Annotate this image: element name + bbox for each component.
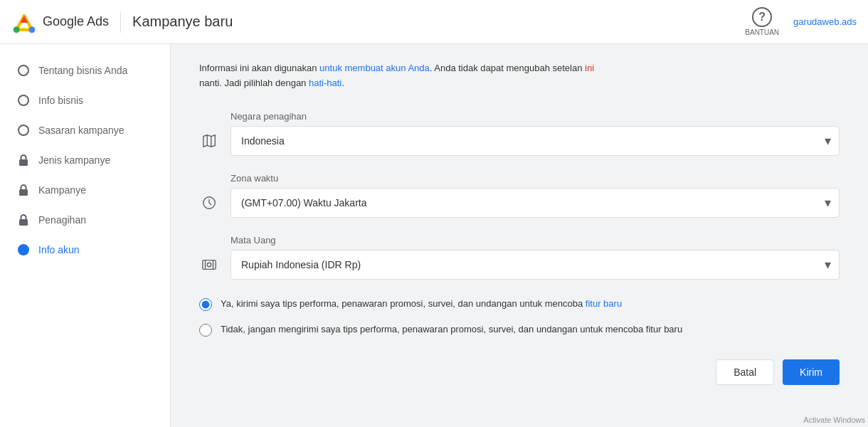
- svg-rect-9: [203, 260, 216, 269]
- field-content-mata-uang: Mata Uang Rupiah Indonesia (IDR Rp) US D…: [231, 235, 840, 280]
- map-icon: [199, 131, 219, 151]
- info-banner: Informasi ini akan digunakan untuk membu…: [199, 61, 840, 91]
- submit-button[interactable]: Kirim: [783, 359, 840, 385]
- sidebar-item-tentang-bisnis[interactable]: Tentang bisnis Anda: [0, 56, 170, 85]
- sidebar-item-info-akun[interactable]: Info akun: [0, 235, 170, 265]
- sidebar-label-info-akun: Info akun: [38, 244, 80, 255]
- info-highlight-red: ini: [585, 63, 594, 73]
- radio-ya-input[interactable]: [199, 298, 212, 311]
- lock-icon: [18, 154, 28, 167]
- help-circle-icon: ?: [752, 7, 772, 27]
- select-mata-uang[interactable]: Rupiah Indonesia (IDR Rp) US Dollar (USD…: [231, 250, 840, 280]
- svg-rect-5: [19, 159, 28, 166]
- radio-tidak-input[interactable]: [199, 324, 212, 337]
- sidebar-label-jenis-kampanye: Jenis kampanye: [38, 154, 110, 166]
- lock-icon-3: [18, 214, 28, 226]
- lock-icon-2: [18, 184, 28, 196]
- field-row-negara: Negara penagihan Indonesia Malaysia Sing…: [199, 111, 840, 156]
- info-text-2: . Anda tidak dapat mengubah setelan: [430, 63, 585, 73]
- info-text-3: nanti. Jadi pilihlah dengan: [199, 78, 309, 88]
- label-negara-penagihan: Negara penagihan: [231, 111, 840, 122]
- sidebar-label-tentang-bisnis: Tentang bisnis Anda: [38, 65, 127, 76]
- circle-outline-icon-3: [18, 125, 29, 136]
- currency-svg-icon: [201, 257, 217, 273]
- info-text-1: Informasi ini akan digunakan: [199, 63, 319, 73]
- radio-ya-label: Ya, kirimi saya tips performa, penawaran…: [221, 297, 622, 311]
- info-text-4: .: [342, 78, 344, 88]
- circle-outline-icon-2: [18, 95, 29, 106]
- field-row-zona-waktu: Zona waktu (GMT+07.00) Waktu Jakarta (GM…: [199, 173, 840, 218]
- info-bisnis-icon: [17, 94, 30, 107]
- help-button[interactable]: ? BANTUAN: [745, 7, 779, 36]
- select-negara-penagihan[interactable]: Indonesia Malaysia Singapore: [231, 126, 840, 156]
- radio-option-tidak: Tidak, jangan mengirimi saya tips perfor…: [199, 322, 840, 337]
- svg-point-2: [14, 26, 20, 33]
- help-label: BANTUAN: [745, 28, 779, 36]
- footer-buttons: Batal Kirim: [199, 348, 840, 391]
- content-area: Informasi ini akan digunakan untuk membu…: [171, 44, 868, 427]
- cancel-button[interactable]: Batal: [716, 359, 774, 385]
- sasaran-kampanye-icon: [17, 124, 30, 137]
- circle-filled-icon: [18, 244, 29, 255]
- field-content-negara: Negara penagihan Indonesia Malaysia Sing…: [231, 111, 840, 156]
- info-link-1: untuk membuat akun Anda: [319, 63, 430, 73]
- info-link-2: hati-hati: [309, 78, 342, 88]
- activate-windows-watermark: Activate Windows: [803, 416, 865, 424]
- select-wrapper-zona-waktu: (GMT+07.00) Waktu Jakarta (GMT+08.00) Si…: [231, 188, 840, 218]
- header-account-name: garudaweb.ads: [793, 16, 857, 27]
- sidebar-label-kampanye: Kampanye: [38, 184, 86, 196]
- map-svg-icon: [201, 133, 217, 149]
- select-wrapper-negara: Indonesia Malaysia Singapore ▾: [231, 126, 840, 156]
- penagihan-icon: [17, 214, 30, 226]
- currency-icon: [199, 255, 219, 275]
- label-mata-uang: Mata Uang: [231, 235, 840, 246]
- sidebar-item-sasaran-kampanye[interactable]: Sasaran kampanye: [0, 115, 170, 145]
- info-akun-icon: [17, 243, 30, 256]
- clock-svg-icon: [201, 195, 217, 211]
- label-zona-waktu: Zona waktu: [231, 173, 840, 184]
- fitur-baru-link: fitur baru: [586, 298, 622, 309]
- header: Google Ads Kampanye baru ? BANTUAN garud…: [0, 0, 868, 44]
- field-row-mata-uang: Mata Uang Rupiah Indonesia (IDR Rp) US D…: [199, 235, 840, 280]
- sidebar-label-penagihan: Penagihan: [38, 214, 86, 226]
- svg-rect-7: [19, 219, 28, 226]
- svg-point-10: [207, 263, 211, 267]
- kampanye-icon: [17, 184, 30, 196]
- tentang-bisnis-icon: [17, 64, 30, 77]
- google-ads-logo: Google Ads: [11, 9, 109, 35]
- sidebar-label-info-bisnis: Info bisnis: [38, 95, 83, 106]
- field-content-zona-waktu: Zona waktu (GMT+07.00) Waktu Jakarta (GM…: [231, 173, 840, 218]
- google-ads-logo-icon: [11, 9, 37, 35]
- jenis-kampanye-icon: [17, 154, 30, 167]
- sidebar-item-kampanye[interactable]: Kampanye: [0, 175, 170, 205]
- svg-rect-6: [19, 189, 28, 196]
- radio-tidak-label: Tidak, jangan mengirimi saya tips perfor…: [221, 322, 682, 337]
- header-right: ? BANTUAN garudaweb.ads: [745, 7, 857, 36]
- main-layout: Tentang bisnis Anda Info bisnis Sasaran …: [0, 44, 868, 427]
- sidebar-item-penagihan[interactable]: Penagihan: [0, 205, 170, 235]
- select-zona-waktu[interactable]: (GMT+07.00) Waktu Jakarta (GMT+08.00) Si…: [231, 188, 840, 218]
- radio-section: Ya, kirimi saya tips performa, penawaran…: [199, 297, 840, 337]
- select-wrapper-mata-uang: Rupiah Indonesia (IDR Rp) US Dollar (USD…: [231, 250, 840, 280]
- svg-point-3: [28, 26, 35, 33]
- sidebar: Tentang bisnis Anda Info bisnis Sasaran …: [0, 44, 171, 427]
- header-divider: [120, 11, 121, 33]
- sidebar-item-info-bisnis[interactable]: Info bisnis: [0, 85, 170, 115]
- clock-icon: [199, 193, 219, 213]
- header-app-name: Google Ads: [43, 14, 109, 29]
- sidebar-label-sasaran-kampanye: Sasaran kampanye: [38, 125, 125, 136]
- sidebar-item-jenis-kampanye[interactable]: Jenis kampanye: [0, 145, 170, 175]
- circle-outline-icon: [18, 65, 29, 76]
- header-page-title: Kampanye baru: [132, 14, 233, 30]
- radio-option-ya: Ya, kirimi saya tips performa, penawaran…: [199, 297, 840, 311]
